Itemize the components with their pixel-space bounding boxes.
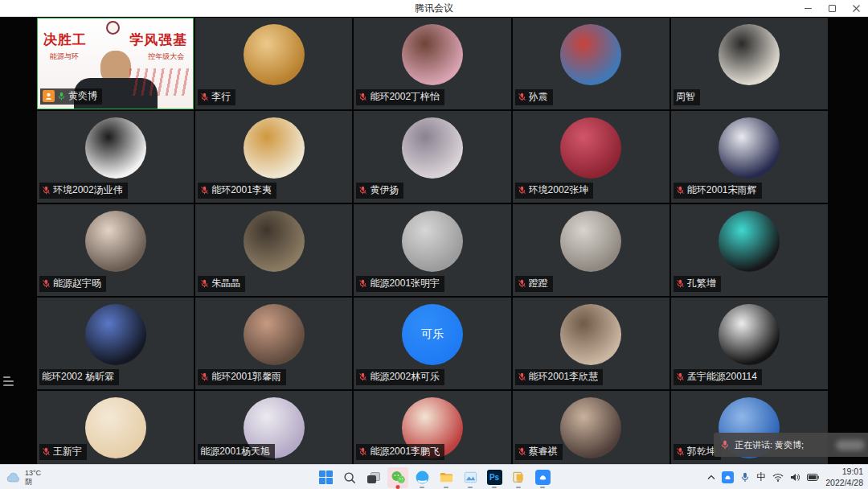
close-button[interactable]: [844, 0, 868, 16]
participant-tile[interactable]: 周智: [671, 18, 828, 109]
participant-namebar: 能环2002丁梓怡: [356, 89, 444, 105]
speaking-toast: 正在讲话: 黄奕博;: [714, 433, 868, 457]
mic-icon: [358, 372, 367, 381]
photos-icon[interactable]: [460, 467, 481, 488]
portrait-girl-avatar: [244, 304, 305, 365]
participant-namebar: 蔡睿祺: [515, 444, 563, 460]
mic-icon: [358, 186, 367, 195]
running-indicator: [444, 487, 448, 488]
mic-icon: [676, 372, 685, 381]
running-indicator: [420, 487, 424, 488]
participant-tile[interactable]: 能源2001杨天旭: [195, 391, 352, 464]
participant-tile[interactable]: 能源2001李鹏飞: [354, 391, 510, 464]
participant-name: 黄伊扬: [370, 183, 399, 197]
participant-name: 能环2002丁梓怡: [370, 90, 440, 104]
mic-icon: [42, 447, 51, 456]
doll-avatar: [85, 397, 146, 458]
wechat-icon[interactable]: [387, 467, 408, 488]
participant-tile[interactable]: 黄伊扬: [354, 111, 510, 203]
file-explorer-icon[interactable]: [436, 467, 457, 488]
participant-namebar: 周智: [674, 89, 700, 105]
participant-tile[interactable]: 朱晶晶: [195, 204, 352, 296]
tray-clock[interactable]: 19:01 2022/4/28: [825, 466, 863, 487]
participant-tile[interactable]: 能源2001张明宇: [354, 204, 510, 296]
participant-tile[interactable]: 能环2002 杨昕霖: [37, 298, 194, 389]
participant-tile[interactable]: 可乐 能源2002林可乐: [354, 298, 510, 389]
weather-condition: 阴: [25, 478, 41, 487]
mic-icon: [518, 92, 526, 101]
participant-tile[interactable]: 能环2002丁梓怡: [354, 18, 510, 109]
minimize-button[interactable]: [796, 0, 820, 16]
mic-icon: [200, 92, 209, 101]
participant-name: 能环2001郭馨雨: [211, 370, 281, 384]
participant-tile[interactable]: 能源赵宇旸: [37, 204, 194, 296]
participant-tile[interactable]: 决胜工学风强基能源与环控年级大会 黄奕博: [37, 18, 194, 109]
text-avatar: 可乐: [402, 304, 463, 365]
tray-chevron-up-icon[interactable]: [707, 475, 715, 480]
participant-tile[interactable]: 蹬蹬: [513, 204, 669, 296]
participant-name: 能源2001杨天旭: [200, 445, 270, 458]
start-icon[interactable]: [315, 467, 336, 488]
penguin-avatar: [719, 24, 780, 85]
tray-mic-icon[interactable]: [740, 472, 750, 483]
girl-portrait-avatar: [560, 397, 621, 458]
photoshop-icon[interactable]: Ps: [484, 467, 505, 488]
participant-namebar: 能环2001李欣慧: [515, 369, 604, 385]
wifi-icon[interactable]: [772, 473, 784, 482]
participant-name: 孙震: [529, 90, 548, 104]
participant-namebar: 黄伊扬: [356, 183, 403, 199]
sketch-anime-avatar: [719, 304, 780, 365]
participant-name: 蹬蹬: [529, 277, 548, 290]
battery-icon[interactable]: [807, 474, 819, 481]
participant-name: 能源赵宇旸: [53, 277, 101, 290]
participant-tile[interactable]: 能环2001郭馨雨: [195, 298, 352, 389]
participant-name: 黄奕博: [68, 89, 97, 103]
participant-name: 郭乾坤: [687, 445, 716, 458]
volume-icon[interactable]: [790, 473, 800, 482]
tencent-meeting-tray-icon[interactable]: [722, 471, 734, 483]
tray-time: 19:01: [825, 466, 863, 477]
task-view-icon[interactable]: [363, 467, 384, 488]
participant-tile[interactable]: 李行: [195, 18, 352, 109]
search-icon[interactable]: [339, 467, 360, 488]
participant-namebar: 环境2002张坤: [515, 183, 594, 199]
participant-namebar: 能源2002林可乐: [356, 369, 444, 385]
participant-namebar: 能环2001宋雨辉: [674, 183, 762, 199]
participant-tile[interactable]: 能环2001宋雨辉: [671, 111, 828, 203]
maximize-button[interactable]: [820, 0, 844, 16]
tencent-meeting-icon[interactable]: [532, 467, 553, 488]
participant-grid: 决胜工学风强基能源与环控年级大会 黄奕博: [37, 18, 828, 464]
participant-namebar: 能环2001郭馨雨: [198, 369, 286, 385]
window-titlebar: 腾讯会议: [0, 0, 868, 17]
participant-namebar: 蹬蹬: [515, 276, 553, 292]
windows-taskbar: 13°C 阴 Ps 中 19:01 2022/4/28: [0, 464, 868, 489]
ime-indicator[interactable]: 中: [756, 471, 766, 484]
sidebar-toggle-icon[interactable]: [3, 376, 14, 386]
bw-figure-avatar: [85, 117, 146, 179]
participant-tile[interactable]: 王新宇: [37, 391, 194, 464]
mic-icon: [200, 186, 209, 195]
office-icon[interactable]: [508, 467, 529, 488]
participant-tile[interactable]: 能环2001李欣慧: [513, 298, 669, 389]
participant-tile[interactable]: 孙震: [513, 18, 669, 109]
taskbar-icons: Ps: [315, 465, 553, 489]
participant-tile[interactable]: 能环2001李夷: [195, 111, 352, 203]
participant-tile[interactable]: 蔡睿祺: [513, 391, 669, 464]
avatar-label: 可乐: [421, 327, 444, 342]
photoshop-glyph-label: Ps: [489, 473, 499, 482]
participant-tile[interactable]: 孟宇能源200114: [671, 298, 828, 389]
running-indicator: [540, 487, 545, 488]
weather-temp: 13°C: [25, 469, 41, 478]
weather-widget[interactable]: 13°C 阴: [6, 465, 41, 489]
participant-tile[interactable]: 环境2002汤业伟: [37, 111, 194, 203]
participant-tile[interactable]: 环境2002张坤: [513, 111, 669, 203]
participant-name: 能环2002 杨昕霖: [42, 370, 114, 384]
weather-cloud-icon: [6, 472, 21, 483]
minimize-icon: [805, 8, 812, 9]
qq-icon[interactable]: [411, 467, 432, 488]
participant-tile[interactable]: 孔繁增: [671, 204, 828, 296]
host-badge-icon: [43, 90, 55, 102]
participant-namebar: 朱晶晶: [198, 276, 245, 292]
running-indicator: [468, 487, 473, 488]
white-hair-anime-avatar: [402, 117, 463, 179]
